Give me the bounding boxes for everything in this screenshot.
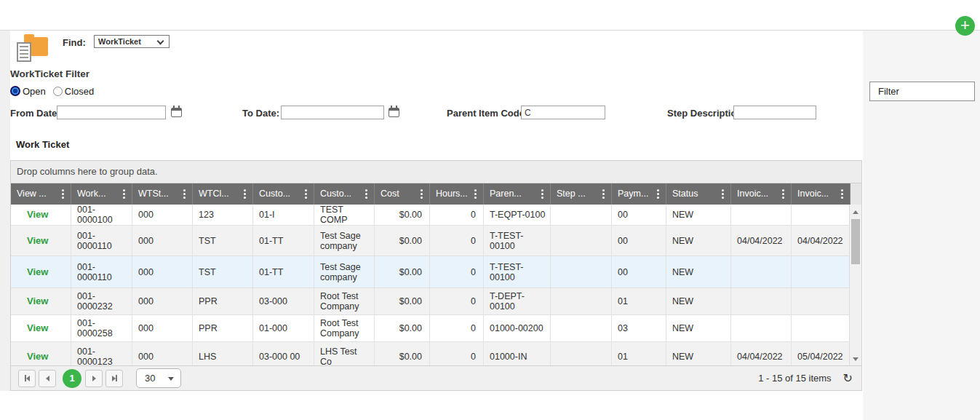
cell: 000 xyxy=(132,205,193,225)
column-header-10[interactable]: Paym... xyxy=(612,183,666,205)
cell: 03-000 00 xyxy=(253,342,314,367)
scrollbar-thumb[interactable] xyxy=(851,219,860,264)
column-menu-icon[interactable] xyxy=(62,193,64,195)
filter-panel-button[interactable]: Filter xyxy=(869,82,975,101)
document-icon xyxy=(17,42,31,62)
next-page-button[interactable] xyxy=(85,370,103,387)
cell: 04/04/2022 xyxy=(731,226,792,255)
cell: 00 xyxy=(612,205,666,225)
cell: 0 xyxy=(430,256,484,288)
cell xyxy=(551,226,612,255)
cell: 01 xyxy=(612,342,666,367)
cell: 000 xyxy=(132,342,193,367)
column-menu-icon[interactable] xyxy=(782,193,784,195)
view-link[interactable]: View xyxy=(27,236,48,246)
column-menu-icon[interactable] xyxy=(123,193,125,195)
view-link[interactable]: View xyxy=(27,210,48,220)
cell: 01 xyxy=(612,288,666,314)
cell: 0 xyxy=(430,226,484,255)
view-link[interactable]: View xyxy=(27,296,48,306)
grid-title: Work Ticket xyxy=(16,139,69,150)
column-header-1[interactable]: Work... xyxy=(71,183,132,205)
step-description-input[interactable] xyxy=(733,106,816,119)
column-header-4[interactable]: Custo... xyxy=(253,183,314,205)
table-row[interactable]: View001-0000110000TST01-TTTest Sage comp… xyxy=(11,226,850,256)
app-window: + Filter Find: WorkTicket WorkTicket Fil… xyxy=(0,0,980,420)
cell: 00 xyxy=(612,256,666,288)
cell: 01-TT xyxy=(253,226,314,255)
column-header-9[interactable]: Step ... xyxy=(551,183,612,205)
column-header-5[interactable]: Custo... xyxy=(314,183,375,205)
radio-open-label[interactable]: Open xyxy=(23,86,46,97)
view-link[interactable]: View xyxy=(27,352,48,362)
scroll-down-icon[interactable] xyxy=(853,357,859,361)
column-header-label: View ... xyxy=(17,189,47,199)
column-header-3[interactable]: WTCl... xyxy=(193,183,253,205)
radio-open[interactable] xyxy=(10,86,20,96)
view-link[interactable]: View xyxy=(27,267,48,277)
cell: Test Sage company xyxy=(314,226,375,255)
cell xyxy=(551,205,612,225)
to-date-input[interactable] xyxy=(281,106,384,119)
group-drop-zone[interactable]: Drop columns here to group data. xyxy=(11,161,861,183)
table-row[interactable]: View001-0000123000LHS03-000 00LHS Test C… xyxy=(11,342,850,367)
workticket-grid: Drop columns here to group data. View ..… xyxy=(10,160,862,391)
column-header-13[interactable]: Invoic... xyxy=(792,183,850,205)
first-page-button[interactable] xyxy=(18,370,36,387)
column-header-8[interactable]: Paren... xyxy=(484,183,551,205)
cell: 01000-IN xyxy=(484,342,551,367)
column-menu-icon[interactable] xyxy=(541,193,543,195)
cell: 001-0000258 xyxy=(71,315,132,341)
scroll-up-icon[interactable] xyxy=(853,210,859,214)
current-page-button[interactable]: 1 xyxy=(63,369,81,388)
column-menu-icon[interactable] xyxy=(474,193,477,195)
column-header-6[interactable]: Cost xyxy=(375,183,430,205)
column-header-12[interactable]: Invoic... xyxy=(731,183,792,205)
radio-closed[interactable] xyxy=(53,87,63,96)
parent-item-code-input[interactable] xyxy=(521,106,605,119)
add-button[interactable]: + xyxy=(955,16,975,36)
calendar-icon[interactable] xyxy=(389,108,399,117)
refresh-icon[interactable]: ↻ xyxy=(843,371,853,385)
column-header-0[interactable]: View ... xyxy=(11,183,71,205)
column-menu-icon[interactable] xyxy=(305,193,307,195)
cell: 000 xyxy=(132,256,193,288)
column-menu-icon[interactable] xyxy=(841,193,843,195)
header-filler xyxy=(850,183,861,205)
column-menu-icon[interactable] xyxy=(602,193,605,195)
find-select[interactable]: WorkTicket xyxy=(94,35,170,48)
last-page-button[interactable] xyxy=(105,370,123,387)
cell xyxy=(731,205,792,225)
view-link[interactable]: View xyxy=(27,323,48,333)
calendar-icon[interactable] xyxy=(171,108,182,117)
cell: NEW xyxy=(666,315,731,341)
plus-icon: + xyxy=(960,16,970,34)
table-row[interactable]: View001-0000258000PPR01-000Root Test Com… xyxy=(11,315,850,342)
page-size-select[interactable]: 30 xyxy=(136,368,181,388)
table-row[interactable]: View001-000010000012301-ITEST COMP$0.000… xyxy=(11,205,850,226)
cell: NEW xyxy=(666,342,731,367)
radio-closed-label[interactable]: Closed xyxy=(65,86,94,97)
cell: 0 xyxy=(430,342,484,367)
column-menu-icon[interactable] xyxy=(722,193,724,195)
table-row[interactable]: View001-0000232000PPR03-000Root Test Com… xyxy=(11,288,850,315)
from-date-input[interactable] xyxy=(57,106,166,119)
table-row[interactable]: View001-0000110000TST01-TTTest Sage comp… xyxy=(11,256,850,288)
chevron-down-icon xyxy=(157,38,164,45)
column-menu-icon[interactable] xyxy=(421,193,423,195)
cell xyxy=(731,288,792,314)
column-menu-icon[interactable] xyxy=(244,193,246,195)
column-header-11[interactable]: Status xyxy=(666,183,731,205)
grid-body-rows: View001-000010000012301-ITEST COMP$0.000… xyxy=(11,205,850,367)
cell: Root Test Company xyxy=(314,288,375,314)
column-menu-icon[interactable] xyxy=(183,193,186,195)
cell: 000 xyxy=(132,226,193,255)
column-header-7[interactable]: Hours... xyxy=(430,183,484,205)
parent-item-code-label: Parent Item Code: xyxy=(447,108,527,119)
previous-page-button[interactable] xyxy=(39,370,56,387)
view-link-cell: View xyxy=(11,226,71,255)
vertical-scrollbar[interactable] xyxy=(849,205,861,367)
column-menu-icon[interactable] xyxy=(657,193,659,195)
column-header-2[interactable]: WTSt... xyxy=(132,183,193,205)
column-menu-icon[interactable] xyxy=(365,193,367,195)
